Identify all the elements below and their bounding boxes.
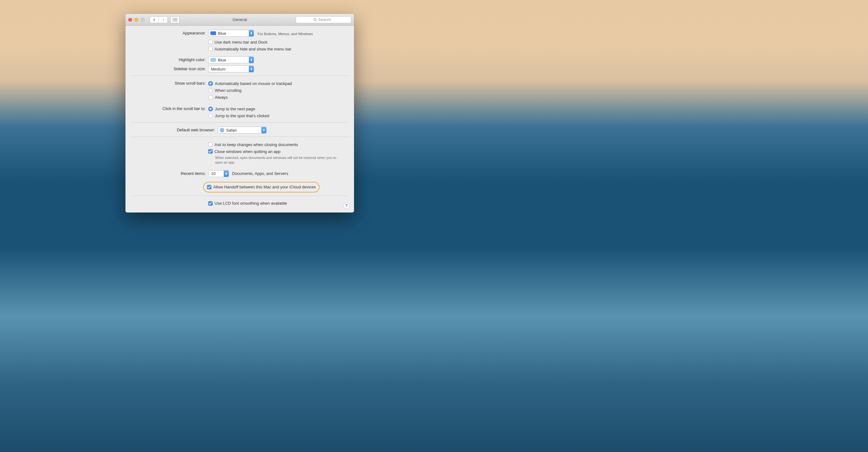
general-prefs-window: General Appearance: Blue ▲▼ For Buttons,… [125,14,354,213]
minimize-window-button[interactable] [134,18,138,22]
chevron-right-icon [162,18,165,21]
search-icon [313,18,317,22]
recent-items-popup[interactable]: 10 ▲▼ [208,170,229,177]
highlight-swatch [210,58,216,62]
appearance-hint: For Buttons, Menus, and Windows [258,32,313,36]
svg-line-13 [316,20,317,21]
browser-label: Default web browser: [130,126,218,132]
updown-icon: ▲▼ [261,127,266,133]
svg-rect-6 [175,20,176,20]
help-button[interactable]: ? [343,202,350,209]
highlight-popup[interactable]: Blue ▲▼ [208,57,254,63]
forward-button[interactable] [159,17,167,23]
grid-icon [173,18,177,21]
scrollbars-option-auto: Automatically based on mouse or trackpad [215,81,292,86]
recent-items-suffix: Documents, Apps, and Servers [232,171,288,176]
close-windows-checkbox[interactable] [208,149,213,154]
updown-icon: ▲▼ [224,170,228,177]
svg-rect-3 [177,18,177,19]
content-area: Appearance: Blue ▲▼ For Buttons, Menus, … [125,26,354,213]
svg-rect-8 [173,21,174,21]
dark-menu-checkbox[interactable] [208,40,213,44]
handoff-checkbox[interactable] [207,185,211,189]
scrollbars-radio-auto[interactable] [208,81,213,86]
highlight-label: Highlight color: [130,56,208,62]
svg-rect-10 [175,21,176,21]
recent-items-value: 10 [209,171,224,176]
svg-rect-2 [175,18,176,19]
divider [130,196,349,196]
svg-rect-0 [173,18,174,19]
updown-icon: ▲▼ [249,30,254,36]
svg-rect-11 [177,21,177,21]
appearance-popup[interactable]: Blue ▲▼ [208,30,254,37]
dark-menu-label: Use dark menu bar and Dock [215,40,268,44]
ask-changes-label: Ask to keep changes when closing documen… [215,142,298,147]
scrollclick-label: Click in the scroll bar to: [130,105,208,111]
ask-changes-checkbox[interactable] [208,142,213,147]
chevron-left-icon [153,18,156,21]
safari-icon [220,128,224,132]
highlight-value: Blue [216,58,249,62]
lcd-smoothing-checkbox[interactable] [208,201,213,206]
appearance-swatch [210,31,216,35]
scrollclick-option-spot: Jump to the spot that's clicked [215,114,269,118]
appearance-value: Blue [216,31,249,36]
titlebar: General [125,14,354,26]
sidebar-size-label: Sidebar icon size: [130,65,208,71]
sidebar-size-value: Medium [209,67,249,71]
scrollbars-radio-always[interactable] [208,95,213,100]
browser-popup[interactable]: Safari ▲▼ [218,127,267,133]
close-windows-note: When selected, open documents and window… [215,156,337,165]
scrollclick-radio-spot[interactable] [208,114,213,118]
updown-icon: ▲▼ [249,57,254,63]
svg-rect-5 [174,20,175,20]
scrollbars-label: Show scroll bars: [130,79,208,86]
recent-items-label: Recent items: [130,170,208,176]
search-field[interactable] [296,16,351,23]
scrollbars-option-scrolling: When scrolling [215,88,242,93]
nav-back-forward [150,16,168,23]
handoff-highlight: Allow Handoff between this Mac and your … [203,182,319,192]
svg-rect-9 [174,21,175,21]
lcd-smoothing-label: Use LCD font smoothing when available [215,201,287,206]
divider [130,75,349,76]
sidebar-size-popup[interactable]: Medium ▲▼ [208,66,254,72]
svg-rect-1 [174,18,175,19]
scrollbars-radio-scrolling[interactable] [208,88,213,93]
scrollclick-option-page: Jump to the next page [215,106,255,111]
scrollbars-option-always: Always [215,95,228,100]
close-window-button[interactable] [128,18,132,22]
scrollclick-radio-page[interactable] [208,106,213,111]
zoom-window-button[interactable] [141,18,145,22]
svg-rect-4 [173,20,174,20]
appearance-label: Appearance: [130,29,208,35]
divider [130,137,349,137]
svg-point-12 [314,18,316,20]
search-input[interactable] [318,17,334,22]
autohide-menubar-label: Automatically hide and show the menu bar [215,47,291,52]
handoff-label: Allow Handoff between this Mac and your … [213,185,316,189]
show-all-button[interactable] [170,16,180,23]
browser-value: Safari [224,128,261,133]
svg-rect-7 [177,20,177,20]
close-windows-label: Close windows when quitting an app [215,149,280,154]
updown-icon: ▲▼ [249,66,254,72]
autohide-menubar-checkbox[interactable] [208,47,213,51]
window-controls [128,18,145,22]
back-button[interactable] [150,17,159,23]
divider [130,122,349,123]
